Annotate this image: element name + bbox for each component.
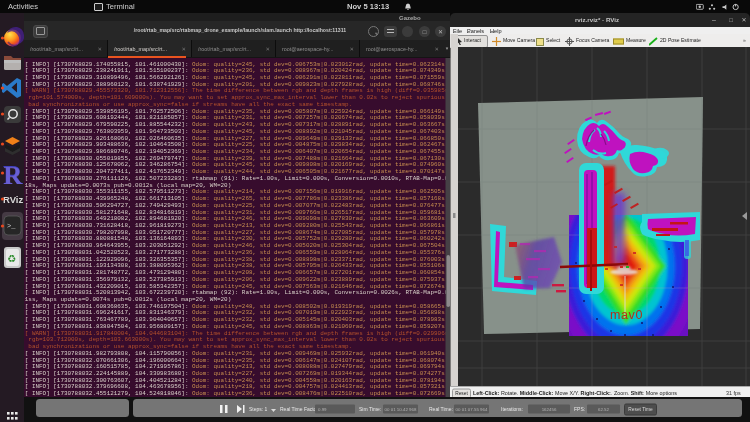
svg-text:mav0: mav0 <box>610 308 643 322</box>
svg-text:R: R <box>4 161 23 190</box>
svg-text:RViz: RViz <box>3 194 23 205</box>
svg-text:♻: ♻ <box>7 253 16 264</box>
svg-text:>_: >_ <box>7 222 16 230</box>
